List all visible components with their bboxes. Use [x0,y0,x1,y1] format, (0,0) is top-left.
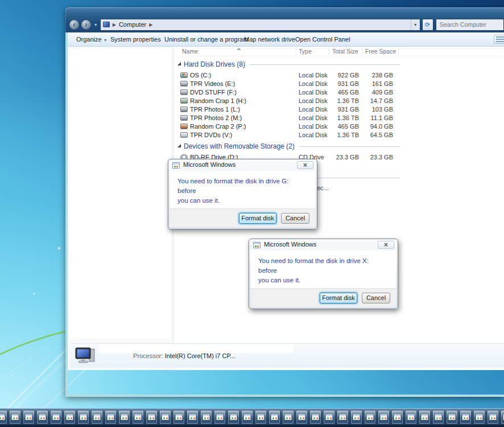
redacted-area [99,344,294,353]
taskbar-button[interactable] [50,410,62,424]
taskbar-button[interactable] [282,410,294,424]
format-disk-button[interactable]: Format disk [320,293,357,303]
search-input[interactable] [436,21,503,28]
format-disk-button[interactable]: Format disk [239,213,276,224]
taskbar-button[interactable] [309,410,321,424]
taskbar-button[interactable] [173,410,185,424]
group-expand-icon[interactable] [177,144,181,147]
drive-row[interactable]: DVD STUFF (F:)Local Disk465 GB409 GB [174,88,504,97]
taskbar-button[interactable] [91,410,103,424]
taskbar-button[interactable] [296,410,308,424]
taskbar-button[interactable] [0,410,7,424]
dialog-title-bar[interactable]: Microsoft Windows ❌︎ [249,239,398,251]
taskbar-button[interactable] [405,410,417,424]
taskbar-button[interactable] [241,410,253,424]
dialog-title-bar[interactable]: Microsoft Windows ❌︎ [168,159,317,171]
taskbar-button[interactable] [378,410,390,424]
column-header-name[interactable]: Name [182,48,198,55]
drive-row[interactable]: Random Crap 2 (P:)Local Disk465 GB94.0 G… [174,122,504,131]
cancel-button[interactable]: Cancel [362,293,390,303]
column-header-total-size[interactable]: Total Size [332,48,358,55]
drive-free-space: 161 GB [350,80,393,87]
drive-row[interactable]: TPR Photos 1 (L:)Local Disk931 GB103 GB [174,105,504,114]
taskbar-button[interactable] [268,410,280,424]
taskbar-button[interactable] [36,410,48,424]
dialog-message: You need to format the disk in drive X: … [251,251,396,285]
format-dialog-drive-x: Microsoft Windows ❌︎ You need to format … [249,239,398,309]
dialog-body: You need to format the disk in drive X: … [251,251,396,307]
cancel-button[interactable]: Cancel [281,213,309,224]
taskbar-button[interactable] [255,410,267,424]
dialog-title: Microsoft Windows [264,241,316,248]
window-icon [162,414,169,420]
taskbar-button[interactable] [77,410,89,424]
navigation-pane [68,47,173,370]
drive-row[interactable]: Random Crap 1 (H:)Local Disk1.36 TB14.7 … [174,97,504,105]
forward-button[interactable]: › [81,19,92,30]
column-header-free-space[interactable]: Free Space [365,48,396,55]
taskbar-button[interactable] [105,410,117,424]
breadcrumb-arrow-icon: ▶ [113,22,116,27]
sort-ascending-icon [237,48,241,50]
back-button[interactable]: ‹ [69,19,80,30]
drive-name: OS (C:) [190,72,211,79]
taskbar-button[interactable] [187,410,199,424]
taskbar-button[interactable] [214,410,226,424]
window-icon [476,414,483,420]
group-header[interactable]: Devices with Removable Storage (2) [174,139,504,153]
taskbar-button[interactable] [159,410,171,424]
window-icon [39,414,46,420]
taskbar-button[interactable] [432,410,444,424]
window-icon [407,414,415,420]
taskbar-button[interactable] [64,410,76,424]
taskbar-button[interactable] [146,410,158,424]
taskbar-button[interactable] [419,410,431,424]
taskbar-button[interactable] [323,410,335,424]
drive-row[interactable]: OS (C:)Local Disk922 GB238 GB [174,71,504,80]
address-dropdown-icon[interactable]: ▼ [411,19,420,30]
window-icon [11,414,19,420]
search-box[interactable] [436,19,504,31]
window-icon [189,414,196,420]
taskbar-button[interactable] [487,410,499,424]
recent-pages-dropdown-icon[interactable]: ▼ [94,23,98,27]
taskbar-button[interactable] [501,410,504,424]
close-icon[interactable]: ❌︎ [378,241,394,249]
taskbar-button[interactable] [391,410,403,424]
taskbar-button[interactable] [9,410,21,424]
address-row: ‹ › ▼ ▶ Computer ▶ ▼ ⟳ [69,18,504,31]
taskbar-button[interactable] [132,410,144,424]
drive-free-space: 14.7 GB [350,97,393,104]
drive-row[interactable]: TPR Videos (E:)Local Disk931 GB161 GB [174,80,504,88]
close-icon[interactable]: ❌︎ [297,161,313,169]
taskbar-button[interactable] [118,410,130,424]
taskbar-button[interactable] [473,410,485,424]
window-icon [448,414,456,420]
column-header-type[interactable]: Type [299,48,312,55]
drive-row[interactable]: TPR Photos 2 (M:)Local Disk1.36 TB11.1 G… [174,114,504,122]
drive-red-icon [180,124,188,129]
window-icon [134,414,142,420]
breadcrumb[interactable]: Computer [119,21,146,28]
address-bar[interactable]: ▶ Computer ▶ ▼ [100,19,420,31]
taskbar-button[interactable] [200,410,212,424]
taskbar-button[interactable] [460,410,472,424]
title-bar[interactable]: ‹ › ▼ ▶ Computer ▶ ▼ ⟳ [65,7,504,32]
breadcrumb-arrow-icon[interactable]: ▶ [149,22,152,27]
refresh-button[interactable]: ⟳ [422,19,433,31]
drive-row[interactable]: TPR DVDs (V:)Local Disk1.36 TB64.5 GB [174,131,504,139]
window-icon [52,414,60,420]
group-rule [299,146,400,147]
taskbar-button[interactable] [446,410,458,424]
taskbar-button[interactable] [350,410,362,424]
taskbar-button[interactable] [364,410,376,424]
taskbar-button[interactable] [337,410,349,424]
window-icon [353,414,360,420]
taskbar-button[interactable] [23,410,35,424]
group-header[interactable]: Hard Disk Drives (8) [174,56,504,71]
dialog-title: Microsoft Windows [183,161,236,168]
group-expand-icon[interactable] [177,62,181,65]
dialog-body: You need to format the disk in drive G: … [170,171,315,227]
taskbar-button[interactable] [228,410,239,424]
dialog-footer: Format disk Cancel [251,288,396,307]
